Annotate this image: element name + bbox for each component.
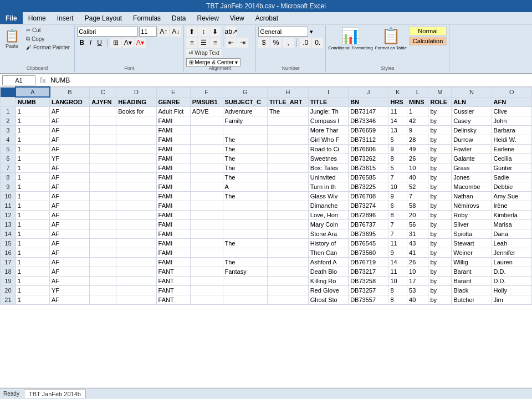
col-header-g[interactable]: G — [223, 87, 268, 97]
cell[interactable] — [116, 219, 156, 229]
cell[interactable] — [268, 238, 309, 248]
cell[interactable]: 10 — [407, 267, 428, 276]
cell[interactable]: FAMI — [156, 201, 190, 210]
cell[interactable]: The — [223, 191, 268, 201]
cell[interactable]: 8 — [388, 285, 407, 295]
italic-button[interactable]: I — [88, 38, 94, 48]
cell[interactable] — [90, 182, 116, 191]
cell[interactable] — [190, 267, 223, 276]
cell[interactable]: 9 — [388, 191, 407, 201]
cell[interactable]: 1 — [16, 182, 49, 191]
increase-decimal-button[interactable]: .0 — [300, 38, 311, 48]
cell[interactable]: Spiotta — [452, 229, 492, 238]
cell[interactable]: DB73217 — [349, 267, 388, 276]
cell[interactable] — [116, 116, 156, 125]
cell[interactable]: 1 — [16, 144, 49, 154]
cell[interactable] — [116, 267, 156, 276]
cell[interactable]: FAMI — [156, 219, 190, 229]
cell[interactable]: Road to Ci — [308, 144, 348, 154]
cell[interactable] — [116, 229, 156, 238]
cell[interactable]: Cecilia — [492, 154, 531, 163]
cell[interactable]: DB73615 — [349, 163, 388, 172]
cell[interactable]: 56 — [407, 219, 428, 229]
cell[interactable]: YF — [50, 154, 90, 163]
cell[interactable]: 1 — [16, 295, 49, 304]
col-header-j[interactable]: J — [349, 87, 388, 97]
cell[interactable]: 1 — [16, 267, 49, 276]
cell[interactable]: AF — [50, 210, 90, 219]
header-title[interactable]: TITLE — [308, 97, 348, 106]
cell[interactable]: 1 — [16, 116, 49, 125]
cell[interactable] — [268, 201, 309, 210]
cell[interactable]: D.D. — [492, 267, 531, 276]
cell[interactable] — [190, 191, 223, 201]
cell[interactable]: DB73557 — [349, 295, 388, 304]
underline-button[interactable]: U — [95, 38, 104, 48]
cell[interactable]: DB73346 — [349, 116, 388, 125]
cell[interactable] — [116, 276, 156, 285]
cell[interactable] — [268, 257, 309, 267]
cell[interactable]: by — [428, 144, 452, 154]
cell[interactable] — [116, 238, 156, 248]
header-bn[interactable]: BN — [349, 97, 388, 106]
cell[interactable] — [190, 257, 223, 267]
bold-button[interactable]: B — [77, 38, 86, 48]
cell[interactable]: Earlene — [492, 144, 531, 154]
cell[interactable]: Adult Fict — [156, 106, 190, 116]
cell[interactable]: 17 — [407, 276, 428, 285]
cell[interactable] — [90, 201, 116, 210]
cell[interactable]: DB73225 — [349, 182, 388, 191]
cell[interactable]: 8 — [388, 210, 407, 219]
cell[interactable] — [190, 125, 223, 135]
cell[interactable]: DB76737 — [349, 219, 388, 229]
col-header-n[interactable]: N — [452, 87, 492, 97]
increase-indent-button[interactable]: ⇥ — [237, 38, 248, 48]
cell[interactable]: Cussler — [452, 106, 492, 116]
cell[interactable] — [190, 248, 223, 257]
cell[interactable]: 40 — [407, 295, 428, 304]
cell[interactable]: AF — [50, 144, 90, 154]
align-middle-button[interactable]: ↕ — [198, 27, 209, 37]
cell[interactable]: Jennifer — [492, 248, 531, 257]
header-pmsub1[interactable]: PMSUB1 — [190, 97, 223, 106]
cell[interactable]: FAMI — [156, 154, 190, 163]
cell[interactable] — [268, 191, 309, 201]
menu-acrobat[interactable]: Acrobat — [250, 13, 284, 23]
header-afn[interactable]: AFN — [492, 97, 531, 106]
cell[interactable]: 9 — [407, 125, 428, 135]
cell[interactable]: FAMI — [156, 210, 190, 219]
cell[interactable]: 11 — [388, 238, 407, 248]
cell[interactable] — [268, 135, 309, 144]
cell[interactable]: DB73262 — [349, 154, 388, 163]
cell[interactable] — [268, 285, 309, 295]
format-as-table-icon[interactable]: 📋 — [381, 27, 401, 45]
align-top-button[interactable]: ⬆ — [186, 27, 197, 37]
cell[interactable]: Stewart — [452, 238, 492, 248]
cell[interactable]: DB76585 — [349, 172, 388, 182]
cell[interactable] — [90, 229, 116, 238]
cell[interactable] — [116, 172, 156, 182]
col-header-e[interactable]: E — [156, 87, 190, 97]
cell[interactable]: FAMI — [156, 116, 190, 125]
cell[interactable]: DB73257 — [349, 285, 388, 295]
cell[interactable] — [116, 257, 156, 267]
cell[interactable]: 28 — [407, 135, 428, 144]
col-header-f[interactable]: F — [190, 87, 223, 97]
cell[interactable] — [268, 248, 309, 257]
decrease-font-button[interactable]: A↓ — [170, 27, 181, 37]
cell[interactable] — [90, 248, 116, 257]
cell[interactable]: Willig — [452, 257, 492, 267]
cell[interactable] — [116, 144, 156, 154]
header-subject[interactable]: SUBJECT_C — [223, 97, 268, 106]
cell[interactable] — [116, 125, 156, 135]
cell[interactable] — [190, 154, 223, 163]
cell[interactable]: FAMI — [156, 238, 190, 248]
cut-button[interactable]: ✂ Cut — [24, 27, 72, 34]
cell[interactable]: Barant — [452, 267, 492, 276]
cell[interactable] — [90, 135, 116, 144]
cell[interactable]: FANT — [156, 285, 190, 295]
cell[interactable]: 1 — [16, 191, 49, 201]
cell[interactable]: Sweetnes — [308, 154, 348, 163]
cell[interactable]: Delinsky — [452, 125, 492, 135]
cell[interactable]: DB76719 — [349, 257, 388, 267]
